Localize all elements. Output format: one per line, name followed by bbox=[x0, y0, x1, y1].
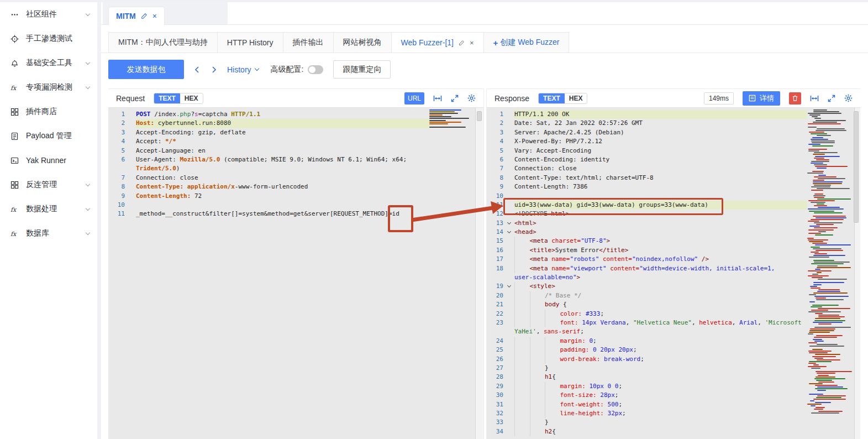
fit-width-icon[interactable] bbox=[810, 95, 819, 102]
send-packet-button[interactable]: 发送数据包 bbox=[108, 60, 184, 79]
indent-guide bbox=[530, 382, 545, 391]
response-editor[interactable]: 1HTTP/1.1 200 OK2Date: Sat, 22 Jan 2022 … bbox=[487, 108, 860, 439]
tab-create-web-fuzzer[interactable]: +创建 Web Fuzzer bbox=[484, 32, 570, 53]
line-number bbox=[487, 273, 503, 282]
code-line: 18<meta name="viewport" content="width=d… bbox=[487, 264, 807, 273]
close-icon[interactable]: × bbox=[470, 39, 474, 47]
sidebar-item-grid[interactable]: 插件商店 bbox=[0, 100, 97, 124]
fold-gutter bbox=[503, 164, 514, 173]
sidebar-item-label: Payload 管理 bbox=[26, 131, 90, 141]
secondary-tab-label: 创建 Web Fuzzer bbox=[500, 38, 559, 48]
indent-guide bbox=[514, 310, 530, 318]
code-line: 8Content-Type: application/x-www-form-ur… bbox=[108, 182, 430, 191]
indent-guide bbox=[530, 373, 545, 381]
sidebar-item-fx[interactable]: fx数据库 bbox=[0, 221, 97, 245]
close-icon[interactable]: × bbox=[152, 12, 157, 20]
secondary-tab[interactable]: MITM：中间人代理与劫持 bbox=[108, 32, 218, 53]
history-prev-icon[interactable] bbox=[194, 65, 201, 74]
advanced-config-toggle[interactable] bbox=[308, 65, 323, 74]
sidebar-item-crosshair[interactable]: 手工渗透测试 bbox=[0, 27, 97, 51]
code-text: font-size: 28px; bbox=[514, 391, 807, 400]
gear-icon[interactable] bbox=[467, 94, 476, 102]
indent-guide bbox=[514, 291, 530, 300]
edit-pencil-icon[interactable] bbox=[141, 13, 148, 19]
fold-icon[interactable] bbox=[503, 219, 514, 228]
indent-guide bbox=[514, 300, 530, 309]
secondary-tab[interactable]: Web Fuzzer-[1]× bbox=[392, 32, 484, 53]
fit-width-icon[interactable] bbox=[433, 95, 442, 102]
sidebar-item-fx[interactable]: fx数据处理 bbox=[0, 197, 97, 221]
secondary-tab[interactable]: 插件输出 bbox=[283, 32, 334, 53]
fold-gutter bbox=[503, 201, 514, 210]
request-hex-tab[interactable]: HEX bbox=[180, 93, 203, 103]
details-button-label: 详情 bbox=[760, 93, 774, 103]
tab-mitm[interactable]: MITM × bbox=[108, 7, 165, 25]
line-number: 15 bbox=[487, 237, 503, 245]
chevron-down-icon bbox=[507, 229, 511, 233]
trash-icon[interactable] bbox=[789, 92, 801, 104]
indent-guide bbox=[545, 382, 560, 391]
sidebar-item-grid[interactable]: 反连管理 bbox=[0, 173, 97, 197]
request-panel: Request TEXT HEX URL 1POST /index.php?s=… bbox=[108, 88, 484, 439]
code-text: Content-Type: application/x-www-form-url… bbox=[136, 182, 430, 191]
request-text-tab[interactable]: TEXT bbox=[154, 93, 180, 103]
sidebar-item-payload[interactable]: Payload 管理 bbox=[0, 124, 97, 148]
sidebar-item-bell[interactable]: 基础安全工具 bbox=[0, 51, 97, 75]
fold-gutter bbox=[503, 174, 514, 182]
fold-gutter bbox=[503, 210, 514, 218]
response-minimap[interactable] bbox=[807, 109, 854, 437]
secondary-tab[interactable]: HTTP History bbox=[218, 32, 283, 53]
chevron-down-icon bbox=[86, 11, 90, 15]
follow-redirect-button[interactable]: 跟随重定向 bbox=[333, 60, 391, 79]
code-text: <!DOCTYPE html> bbox=[514, 210, 807, 218]
response-text-tab[interactable]: TEXT bbox=[539, 93, 565, 103]
secondary-tab-label: Web Fuzzer-[1] bbox=[401, 38, 454, 47]
indent-guide bbox=[530, 291, 545, 300]
history-dropdown[interactable]: History bbox=[227, 65, 259, 74]
response-header: Response TEXT HEX 149ms 详情 bbox=[487, 88, 860, 108]
code-line: 7Connection: close bbox=[108, 174, 430, 182]
gear-icon[interactable] bbox=[844, 94, 853, 102]
line-number: 27 bbox=[487, 364, 503, 373]
fullscreen-icon[interactable] bbox=[828, 95, 835, 102]
line-number: 20 bbox=[487, 291, 503, 300]
sidebar-item-dots[interactable]: 社区组件 bbox=[0, 2, 97, 27]
fullscreen-icon[interactable] bbox=[451, 95, 459, 102]
details-button[interactable]: 详情 bbox=[743, 91, 780, 106]
request-minimap[interactable] bbox=[429, 109, 475, 128]
tab-mitm-label: MITM bbox=[116, 12, 136, 20]
fold-icon[interactable] bbox=[503, 228, 514, 237]
fold-gutter bbox=[503, 255, 514, 264]
fold-gutter bbox=[503, 137, 514, 146]
fold-icon[interactable] bbox=[503, 282, 514, 291]
sidebar: 社区组件手工渗透测试基础安全工具fx专项漏洞检测插件商店Payload 管理Ya… bbox=[0, 2, 97, 439]
response-hex-tab[interactable]: HEX bbox=[565, 93, 587, 103]
response-scrollbar[interactable] bbox=[854, 108, 860, 439]
line-number: 3 bbox=[487, 128, 503, 137]
sidebar-item-fx[interactable]: fx专项漏洞检测 bbox=[0, 75, 97, 100]
secondary-tab[interactable]: 网站树视角 bbox=[334, 32, 392, 53]
line-number: 1 bbox=[487, 110, 503, 119]
request-scrollbar[interactable] bbox=[475, 108, 483, 439]
fold-gutter bbox=[125, 128, 136, 137]
indent-guide bbox=[545, 355, 560, 364]
code-line: 5Vary: Accept-Encoding bbox=[487, 147, 807, 155]
code-line: 20/* Base */ bbox=[487, 291, 807, 300]
code-line: YaHei', sans-serif; bbox=[487, 327, 807, 336]
request-editor[interactable]: 1POST /index.php?s=captcha HTTP/1.12Host… bbox=[108, 108, 483, 439]
sidebar-item-terminal[interactable]: Yak Runner bbox=[0, 148, 97, 173]
code-text: uid=33(www-data) gid=33(www-data) groups… bbox=[514, 201, 807, 210]
code-line: 11uid=33(www-data) gid=33(www-data) grou… bbox=[487, 201, 807, 210]
code-line: 2Date: Sat, 22 Jan 2022 02:57:26 GMT bbox=[487, 119, 807, 128]
advanced-config-label: 高级配置: bbox=[271, 65, 304, 75]
fold-gutter bbox=[503, 310, 514, 318]
code-text: _method=__construct&filter[]=system&meth… bbox=[136, 210, 430, 218]
code-text: YaHei', sans-serif; bbox=[514, 327, 807, 336]
code-line: 8Content-Type: text/html; charset=UTF-8 bbox=[487, 174, 807, 182]
code-text: Content-Type: text/html; charset=UTF-8 bbox=[514, 174, 807, 182]
fx-icon: fx bbox=[10, 229, 19, 238]
url-button[interactable]: URL bbox=[404, 92, 424, 104]
history-next-icon[interactable] bbox=[211, 65, 217, 74]
edit-pencil-icon[interactable] bbox=[459, 40, 465, 46]
indent-guide bbox=[514, 264, 530, 273]
